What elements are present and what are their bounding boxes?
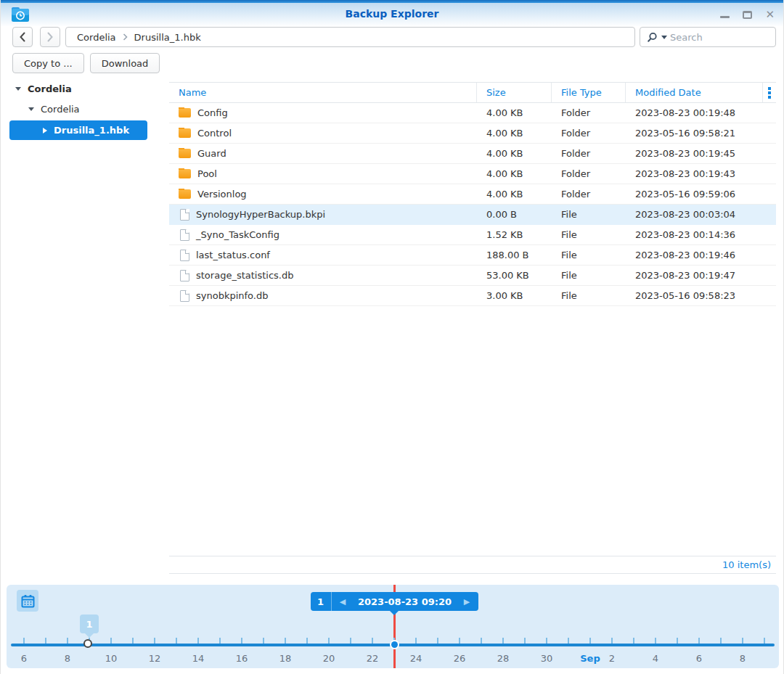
file-modified-date: 2023-08-23 00:19:45 [626, 148, 763, 159]
version-marker[interactable] [83, 639, 92, 648]
timeline-axis-label: 18 [271, 653, 300, 664]
folder-icon [179, 189, 191, 199]
table-row[interactable]: SynologyHyperBackup.bkpi 0.00 B File 202… [169, 205, 776, 225]
timeline-tick [328, 638, 330, 644]
next-version-arrow[interactable]: ▶ [456, 597, 478, 607]
timeline-tick [415, 638, 417, 644]
selected-version-marker[interactable] [391, 641, 398, 648]
file-size: 4.00 KB [477, 148, 552, 159]
file-type: Folder [552, 128, 626, 139]
caret-down-icon[interactable] [15, 87, 21, 91]
tree-item-label: Cordelia [41, 104, 80, 115]
tree-item-cordelia-child[interactable]: Cordelia [28, 99, 80, 118]
table-row[interactable]: last_status.conf 188.00 B File 2023-08-2… [169, 245, 776, 266]
breadcrumb-separator-icon [123, 33, 128, 41]
previous-version-arrow[interactable]: ◀ [332, 597, 354, 607]
file-size: 3.00 KB [477, 290, 552, 301]
tree-item-drusilla-selected[interactable]: Drusilla_1.hbk [9, 120, 147, 140]
search-options-caret-icon[interactable] [661, 36, 667, 39]
column-header-size[interactable]: Size [477, 83, 552, 102]
table-row[interactable]: Config 4.00 KB Folder 2023-08-23 00:19:4… [169, 103, 776, 123]
file-name: Config [197, 107, 228, 118]
table-row[interactable]: Pool 4.00 KB Folder 2023-08-23 00:19:43 [169, 164, 776, 184]
file-name: storage_statistics.db [196, 270, 293, 281]
table-row[interactable]: synobkpinfo.db 3.00 KB File 2023-05-16 0… [169, 286, 776, 306]
copy-to-button[interactable]: Copy to ... [12, 53, 84, 73]
file-size: 4.00 KB [477, 168, 552, 179]
table-row[interactable]: Guard 4.00 KB Folder 2023-08-23 00:19:45 [169, 144, 776, 164]
file-icon [180, 229, 189, 241]
file-modified-date: 2023-08-23 00:19:43 [626, 168, 763, 179]
timeline-tick [677, 638, 678, 644]
caret-down-icon[interactable] [28, 107, 34, 111]
table-row[interactable]: storage_statistics.db 53.00 KB File 2023… [169, 266, 776, 286]
timeline-tick [110, 638, 112, 644]
file-name: Pool [197, 168, 217, 179]
timeline-tick [197, 638, 199, 644]
column-header-modified[interactable]: Modified Date [626, 83, 763, 102]
backup-explorer-window: Backup Explorer ✕ Cordelia Drusilla_1.hb… [0, 0, 784, 674]
tree-item-label: Drusilla_1.hbk [54, 125, 129, 136]
search-icon [647, 32, 658, 43]
minimize-button[interactable] [720, 16, 730, 18]
file-table: Name Size File Type Modified Date Config… [169, 82, 776, 306]
timeline-tick [285, 638, 286, 644]
search-input[interactable] [670, 32, 757, 43]
selected-version-date: 2023-08-23 09:20 [354, 596, 456, 607]
file-name: Control [197, 128, 232, 139]
timeline-tick [764, 638, 765, 644]
window-title: Backup Explorer [1, 8, 783, 20]
column-header-filetype[interactable]: File Type [552, 83, 626, 102]
timeline-tick [655, 638, 656, 644]
table-footer: 10 item(s) [169, 556, 776, 574]
timeline-tick [45, 638, 46, 644]
table-row[interactable]: _Syno_TaskConfig 1.52 KB File 2023-08-23… [169, 225, 776, 245]
timeline-tick [437, 638, 438, 644]
version-count-bubble[interactable]: 1 [80, 615, 99, 633]
file-type: File [552, 270, 626, 281]
file-type: Folder [552, 168, 626, 179]
close-button[interactable]: ✕ [765, 9, 775, 20]
version-count: 1 [311, 592, 332, 611]
breadcrumb: Cordelia Drusilla_1.hbk [65, 27, 635, 47]
file-icon [180, 250, 189, 261]
timeline-tick [568, 638, 569, 644]
timeline-axis-label: 8 [728, 653, 757, 664]
maximize-button[interactable] [743, 11, 752, 19]
timeline-tick [720, 638, 722, 644]
file-modified-date: 2023-08-23 00:19:46 [626, 250, 763, 260]
table-row[interactable]: Versionlog 4.00 KB Folder 2023-05-16 09:… [169, 184, 776, 205]
tree-item-cordelia-root[interactable]: Cordelia [15, 79, 72, 98]
file-type: File [552, 209, 626, 220]
file-modified-date: 2023-08-23 00:14:36 [626, 229, 763, 240]
timeline-axis-label: 28 [489, 653, 518, 664]
column-header-name[interactable]: Name [169, 83, 477, 102]
selected-version-pill: 1 ◀ 2023-08-23 09:20 ▶ [311, 592, 478, 611]
caret-right-icon[interactable] [43, 128, 47, 133]
file-name: SynologyHyperBackup.bkpi [196, 209, 325, 220]
download-button[interactable]: Download [90, 53, 160, 73]
file-size: 1.52 KB [477, 229, 552, 240]
timeline-tick [263, 638, 264, 644]
timeline-tick [132, 638, 134, 644]
timeline-tick [589, 638, 591, 644]
timeline-axis-label: 10 [97, 653, 126, 664]
breadcrumb-item-drusilla[interactable]: Drusilla_1.hbk [134, 32, 201, 43]
timeline-tick [306, 638, 308, 644]
calendar-icon [21, 594, 35, 608]
timeline-tick [372, 638, 373, 644]
forward-button[interactable] [40, 27, 60, 47]
timeline-tick [154, 638, 155, 644]
breadcrumb-item-cordelia[interactable]: Cordelia [77, 32, 116, 43]
column-options-button[interactable] [763, 83, 776, 102]
timeline-axis-label: 24 [401, 653, 430, 664]
file-modified-date: 2023-05-16 09:59:06 [626, 189, 763, 200]
timeline-axis-label: 14 [184, 653, 213, 664]
search-box[interactable] [640, 27, 776, 47]
back-button[interactable] [12, 27, 33, 47]
calendar-button[interactable] [17, 590, 38, 612]
timeline-tick [611, 638, 613, 644]
item-count: 10 item(s) [722, 559, 771, 570]
timeline-tick [219, 638, 221, 644]
table-row[interactable]: Control 4.00 KB Folder 2023-05-16 09:58:… [169, 123, 776, 144]
